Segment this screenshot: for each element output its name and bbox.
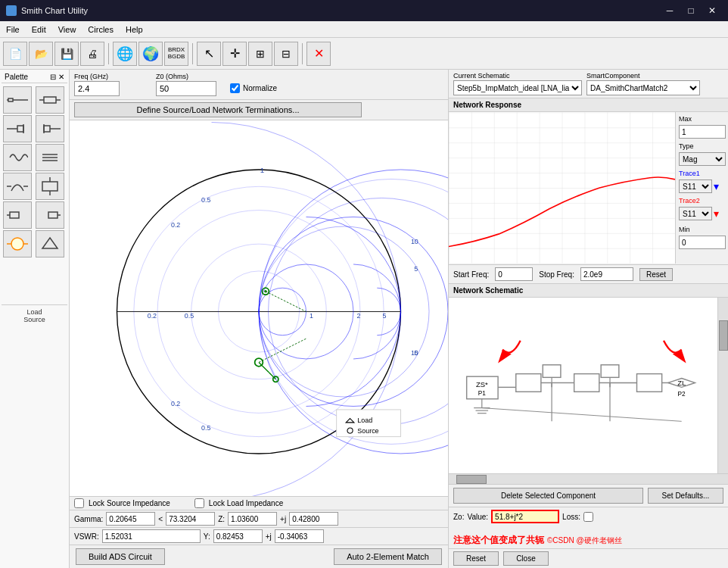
zo-value-input[interactable] <box>491 510 559 523</box>
tb-globe2[interactable]: 🌍 <box>138 42 163 66</box>
minimize-button[interactable]: ─ <box>660 2 680 19</box>
palette-item-7[interactable] <box>36 173 64 200</box>
delete-component-button[interactable]: Delete Selected Component <box>453 488 643 504</box>
palette-item-1[interactable] <box>36 86 64 114</box>
tb-open[interactable]: 📂 <box>29 42 53 66</box>
toolbar-divider-2 <box>192 43 193 64</box>
svg-text:P2: P2 <box>678 391 686 398</box>
min-label: Min <box>679 226 725 233</box>
type-select[interactable]: Mag <box>679 152 726 166</box>
tb-save[interactable]: 💾 <box>54 42 79 66</box>
svg-rect-7 <box>17 126 23 132</box>
center-area: Freq (GHz) Z0 (Ohms) Normalize Define So… <box>70 70 448 568</box>
menu-file[interactable]: File <box>0 21 26 38</box>
z0-input[interactable] <box>156 81 216 96</box>
current-schematic-select[interactable]: Step5b_ImpMatch_ideal [LNA_liar <box>453 80 582 95</box>
angle-input[interactable] <box>166 512 215 526</box>
lock-source-checkbox[interactable] <box>74 498 84 508</box>
tb-zoom-out[interactable]: ⊟ <box>274 42 298 66</box>
svg-text:0.5: 0.5 <box>201 424 210 432</box>
y-label: Y: <box>204 532 210 541</box>
svg-text:Source: Source <box>357 427 378 435</box>
palette-item-9[interactable] <box>36 201 64 229</box>
scrollbar-vertical[interactable] <box>717 298 728 473</box>
set-defaults-button[interactable]: Set Defaults... <box>648 488 723 504</box>
vswr-input[interactable] <box>102 529 201 543</box>
stop-freq-input[interactable] <box>580 267 633 281</box>
trace1-row: S11 ▾ <box>679 179 725 193</box>
lock-load-checkbox[interactable] <box>194 498 204 508</box>
start-freq-input[interactable] <box>495 267 533 281</box>
freq-group: Freq (GHz) <box>74 73 120 96</box>
build-ads-button[interactable]: Build ADS Circuit <box>76 548 165 565</box>
palette-item-6[interactable] <box>3 173 32 200</box>
maximize-button[interactable]: □ <box>681 2 701 19</box>
menu-view[interactable]: View <box>52 21 82 38</box>
normalize-checkbox[interactable] <box>230 83 240 93</box>
min-input[interactable] <box>679 236 726 249</box>
trace1-down-icon[interactable]: ▾ <box>714 180 719 192</box>
vswr-label: VSWR: <box>74 532 99 541</box>
svg-rect-87 <box>601 365 619 378</box>
z0-group: Z0 (Ohms) <box>156 73 216 96</box>
trace2-select[interactable]: S11 <box>679 207 712 220</box>
svg-text:10: 10 <box>411 238 418 245</box>
palette-item-3[interactable] <box>36 115 64 142</box>
scrollbar-h-thumb[interactable] <box>456 475 487 484</box>
palette-item-8[interactable] <box>3 201 32 229</box>
action-bar: Build ADS Circuit Auto 2-Element Match <box>70 545 448 568</box>
define-button[interactable]: Define Source/Load Network Terminations.… <box>74 102 362 117</box>
zimag-input[interactable] <box>289 512 338 526</box>
zo-label: Zo: <box>453 513 464 521</box>
trace1-label: Trace1 <box>679 170 725 177</box>
palette-item-10[interactable] <box>3 230 32 257</box>
annotation-row: 注意这个值变成了共轭 ©CSDN @硬件老钢丝 <box>449 532 728 548</box>
tb-zoom-in[interactable]: ⊞ <box>248 42 272 66</box>
palette-item-0[interactable] <box>3 86 32 114</box>
palette-item-11[interactable] <box>36 230 64 257</box>
svg-rect-3 <box>44 97 56 103</box>
main-container: Palette ⊟ ✕ <box>0 70 728 568</box>
tb-print[interactable]: 🖨 <box>80 42 104 66</box>
lock-source-label: Lock Source Impedance <box>89 499 170 507</box>
tb-move[interactable]: ✛ <box>222 42 247 66</box>
reset-button[interactable]: Reset <box>453 551 499 566</box>
trace1-select[interactable]: S11 <box>679 179 712 193</box>
svg-rect-17 <box>42 182 58 191</box>
max-input[interactable] <box>679 125 726 139</box>
z-input[interactable] <box>228 512 277 526</box>
close-button[interactable]: Close <box>503 551 549 566</box>
y-input[interactable] <box>213 529 263 543</box>
menu-bar: File Edit View Circles Help <box>0 21 728 38</box>
tb-select[interactable]: ↖ <box>197 42 221 66</box>
menu-help[interactable]: Help <box>120 21 149 38</box>
tb-new[interactable]: 📄 <box>3 42 27 66</box>
tb-globe1[interactable]: 🌐 <box>113 42 137 66</box>
auto-match-button[interactable]: Auto 2-Element Match <box>334 548 442 565</box>
loss-checkbox[interactable] <box>583 512 593 522</box>
menu-circles[interactable]: Circles <box>82 21 120 38</box>
normalize-label: Normalize <box>243 84 277 92</box>
menu-edit[interactable]: Edit <box>26 21 52 38</box>
palette-controls[interactable]: ⊟ ✕ <box>50 73 64 81</box>
palette-item-2[interactable] <box>3 115 32 142</box>
nr-reset-button[interactable]: Reset <box>639 268 673 281</box>
network-response-section: Network Response <box>449 98 728 265</box>
yimag-input[interactable] <box>275 529 324 543</box>
scrollbar-horizontal[interactable] <box>449 473 728 484</box>
freq-input[interactable] <box>74 81 120 96</box>
load-source-label: LoadSource <box>2 304 67 329</box>
smart-component-select[interactable]: DA_SmithChartMatch2 <box>586 80 700 95</box>
scrollbar-thumb[interactable] <box>719 320 728 351</box>
angle-label: < <box>158 515 163 523</box>
palette-item-5[interactable] <box>36 144 64 171</box>
trace2-down-icon[interactable]: ▾ <box>714 208 719 220</box>
zo-row: Zo: Value: Loss: 注意这个值变成了共轭 ©CSDN @硬件老钢丝 <box>449 507 728 526</box>
type-label: Type <box>679 142 725 150</box>
gamma-input[interactable] <box>106 512 155 526</box>
tb-brdx[interactable]: BRDXBGDB <box>164 42 188 66</box>
palette-item-4[interactable] <box>3 144 32 171</box>
schematic-selector-row: Define Source/Load Network Terminations.… <box>70 100 448 120</box>
close-button[interactable]: ✕ <box>702 2 722 19</box>
tb-delete[interactable]: ✕ <box>306 42 331 66</box>
